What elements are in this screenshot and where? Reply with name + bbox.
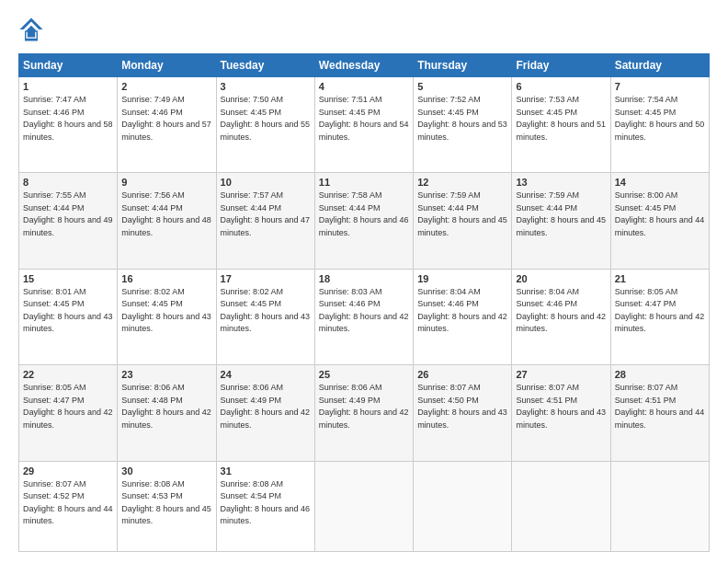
day-number: 9 bbox=[121, 177, 211, 188]
calendar-cell: 25Sunrise: 8:06 AMSunset: 4:49 PMDayligh… bbox=[314, 365, 413, 461]
day-info: Sunrise: 7:54 AMSunset: 4:45 PMDaylight:… bbox=[615, 94, 705, 144]
day-number: 27 bbox=[516, 369, 606, 380]
calendar-cell: 1Sunrise: 7:47 AMSunset: 4:46 PMDaylight… bbox=[19, 77, 118, 173]
calendar-week-5: 29Sunrise: 8:07 AMSunset: 4:52 PMDayligh… bbox=[19, 461, 710, 551]
day-info: Sunrise: 7:56 AMSunset: 4:44 PMDaylight:… bbox=[121, 190, 211, 239]
weekday-header-tuesday: Tuesday bbox=[216, 54, 314, 77]
day-number: 12 bbox=[417, 177, 507, 188]
weekday-header-thursday: Thursday bbox=[414, 54, 512, 77]
day-info: Sunrise: 8:04 AMSunset: 4:46 PMDaylight:… bbox=[417, 286, 507, 336]
day-number: 8 bbox=[23, 177, 113, 188]
day-number: 17 bbox=[221, 273, 311, 284]
calendar-cell: 27Sunrise: 8:07 AMSunset: 4:51 PMDayligh… bbox=[512, 365, 610, 461]
day-number: 6 bbox=[516, 81, 606, 92]
calendar-cell: 6Sunrise: 7:53 AMSunset: 4:45 PMDaylight… bbox=[512, 77, 610, 173]
logo bbox=[18, 17, 48, 42]
calendar-cell: 23Sunrise: 8:06 AMSunset: 4:48 PMDayligh… bbox=[118, 365, 216, 461]
calendar-cell: 28Sunrise: 8:07 AMSunset: 4:51 PMDayligh… bbox=[610, 365, 709, 461]
weekday-header-saturday: Saturday bbox=[610, 54, 709, 77]
calendar-cell: 19Sunrise: 8:04 AMSunset: 4:46 PMDayligh… bbox=[414, 269, 512, 364]
calendar-cell bbox=[414, 461, 512, 551]
day-info: Sunrise: 7:55 AMSunset: 4:44 PMDaylight:… bbox=[23, 190, 113, 239]
day-number: 14 bbox=[615, 177, 705, 188]
day-info: Sunrise: 8:01 AMSunset: 4:45 PMDaylight:… bbox=[23, 286, 113, 336]
weekday-header-monday: Monday bbox=[118, 54, 216, 77]
day-info: Sunrise: 8:06 AMSunset: 4:49 PMDaylight:… bbox=[221, 382, 311, 431]
page: SundayMondayTuesdayWednesdayThursdayFrid… bbox=[0, 0, 728, 563]
weekday-header-sunday: Sunday bbox=[19, 54, 118, 77]
calendar-cell: 29Sunrise: 8:07 AMSunset: 4:52 PMDayligh… bbox=[19, 461, 118, 551]
day-info: Sunrise: 8:07 AMSunset: 4:51 PMDaylight:… bbox=[615, 382, 705, 431]
day-info: Sunrise: 8:07 AMSunset: 4:51 PMDaylight:… bbox=[516, 382, 606, 431]
calendar-cell: 9Sunrise: 7:56 AMSunset: 4:44 PMDaylight… bbox=[118, 173, 216, 269]
calendar-cell: 24Sunrise: 8:06 AMSunset: 4:49 PMDayligh… bbox=[216, 365, 314, 461]
calendar-cell: 8Sunrise: 7:55 AMSunset: 4:44 PMDaylight… bbox=[19, 173, 118, 269]
calendar-cell: 20Sunrise: 8:04 AMSunset: 4:46 PMDayligh… bbox=[512, 269, 610, 364]
calendar-cell: 31Sunrise: 8:08 AMSunset: 4:54 PMDayligh… bbox=[216, 461, 314, 551]
calendar-cell: 4Sunrise: 7:51 AMSunset: 4:45 PMDaylight… bbox=[314, 77, 413, 173]
logo-icon bbox=[18, 17, 44, 42]
day-number: 25 bbox=[319, 369, 409, 380]
day-info: Sunrise: 8:04 AMSunset: 4:46 PMDaylight:… bbox=[516, 286, 606, 336]
day-number: 26 bbox=[417, 369, 507, 380]
day-info: Sunrise: 8:07 AMSunset: 4:52 PMDaylight:… bbox=[23, 478, 113, 528]
calendar-cell: 17Sunrise: 8:02 AMSunset: 4:45 PMDayligh… bbox=[216, 269, 314, 364]
day-info: Sunrise: 8:06 AMSunset: 4:49 PMDaylight:… bbox=[319, 382, 409, 431]
day-number: 16 bbox=[121, 273, 211, 284]
calendar-cell: 10Sunrise: 7:57 AMSunset: 4:44 PMDayligh… bbox=[216, 173, 314, 269]
day-number: 28 bbox=[615, 369, 705, 380]
day-number: 13 bbox=[516, 177, 606, 188]
calendar-cell: 18Sunrise: 8:03 AMSunset: 4:46 PMDayligh… bbox=[314, 269, 413, 364]
day-number: 31 bbox=[221, 465, 311, 477]
day-number: 3 bbox=[221, 81, 311, 92]
calendar-week-3: 15Sunrise: 8:01 AMSunset: 4:45 PMDayligh… bbox=[19, 269, 710, 364]
calendar-cell: 12Sunrise: 7:59 AMSunset: 4:44 PMDayligh… bbox=[414, 173, 512, 269]
day-info: Sunrise: 8:07 AMSunset: 4:50 PMDaylight:… bbox=[417, 382, 507, 431]
weekday-header-wednesday: Wednesday bbox=[314, 54, 413, 77]
day-info: Sunrise: 7:57 AMSunset: 4:44 PMDaylight:… bbox=[221, 190, 311, 239]
day-number: 29 bbox=[23, 465, 113, 477]
day-number: 11 bbox=[319, 177, 409, 188]
calendar-week-2: 8Sunrise: 7:55 AMSunset: 4:44 PMDaylight… bbox=[19, 173, 710, 269]
calendar-cell: 2Sunrise: 7:49 AMSunset: 4:46 PMDaylight… bbox=[118, 77, 216, 173]
calendar-cell bbox=[610, 461, 709, 551]
day-number: 10 bbox=[221, 177, 311, 188]
day-number: 22 bbox=[23, 369, 113, 380]
calendar-cell: 7Sunrise: 7:54 AMSunset: 4:45 PMDaylight… bbox=[610, 77, 709, 173]
calendar-cell: 21Sunrise: 8:05 AMSunset: 4:47 PMDayligh… bbox=[610, 269, 709, 364]
day-number: 21 bbox=[615, 273, 705, 284]
weekday-header-row: SundayMondayTuesdayWednesdayThursdayFrid… bbox=[19, 54, 710, 77]
day-info: Sunrise: 7:59 AMSunset: 4:44 PMDaylight:… bbox=[516, 190, 606, 239]
day-info: Sunrise: 7:53 AMSunset: 4:45 PMDaylight:… bbox=[516, 94, 606, 144]
day-info: Sunrise: 8:08 AMSunset: 4:53 PMDaylight:… bbox=[121, 478, 211, 528]
day-info: Sunrise: 7:51 AMSunset: 4:45 PMDaylight:… bbox=[319, 94, 409, 144]
calendar-cell: 30Sunrise: 8:08 AMSunset: 4:53 PMDayligh… bbox=[118, 461, 216, 551]
day-info: Sunrise: 7:50 AMSunset: 4:45 PMDaylight:… bbox=[221, 94, 311, 144]
calendar-cell: 11Sunrise: 7:58 AMSunset: 4:44 PMDayligh… bbox=[314, 173, 413, 269]
day-number: 2 bbox=[121, 81, 211, 92]
day-number: 15 bbox=[23, 273, 113, 284]
day-number: 1 bbox=[23, 81, 113, 92]
calendar-cell: 15Sunrise: 8:01 AMSunset: 4:45 PMDayligh… bbox=[19, 269, 118, 364]
day-info: Sunrise: 8:05 AMSunset: 4:47 PMDaylight:… bbox=[615, 286, 705, 336]
calendar-cell bbox=[314, 461, 413, 551]
calendar-week-1: 1Sunrise: 7:47 AMSunset: 4:46 PMDaylight… bbox=[19, 77, 710, 173]
calendar-table: SundayMondayTuesdayWednesdayThursdayFrid… bbox=[18, 53, 710, 552]
day-number: 30 bbox=[121, 465, 211, 477]
day-info: Sunrise: 8:05 AMSunset: 4:47 PMDaylight:… bbox=[23, 382, 113, 431]
calendar-cell: 14Sunrise: 8:00 AMSunset: 4:45 PMDayligh… bbox=[610, 173, 709, 269]
weekday-header-friday: Friday bbox=[512, 54, 610, 77]
day-info: Sunrise: 7:47 AMSunset: 4:46 PMDaylight:… bbox=[23, 94, 113, 144]
calendar-cell: 26Sunrise: 8:07 AMSunset: 4:50 PMDayligh… bbox=[414, 365, 512, 461]
day-number: 4 bbox=[319, 81, 409, 92]
calendar-cell: 16Sunrise: 8:02 AMSunset: 4:45 PMDayligh… bbox=[118, 269, 216, 364]
day-number: 20 bbox=[516, 273, 606, 284]
calendar-week-4: 22Sunrise: 8:05 AMSunset: 4:47 PMDayligh… bbox=[19, 365, 710, 461]
day-info: Sunrise: 7:59 AMSunset: 4:44 PMDaylight:… bbox=[417, 190, 507, 239]
day-number: 18 bbox=[319, 273, 409, 284]
day-info: Sunrise: 8:00 AMSunset: 4:45 PMDaylight:… bbox=[615, 190, 705, 239]
day-info: Sunrise: 8:02 AMSunset: 4:45 PMDaylight:… bbox=[221, 286, 311, 336]
calendar-cell: 3Sunrise: 7:50 AMSunset: 4:45 PMDaylight… bbox=[216, 77, 314, 173]
header bbox=[18, 17, 710, 42]
day-number: 5 bbox=[417, 81, 507, 92]
